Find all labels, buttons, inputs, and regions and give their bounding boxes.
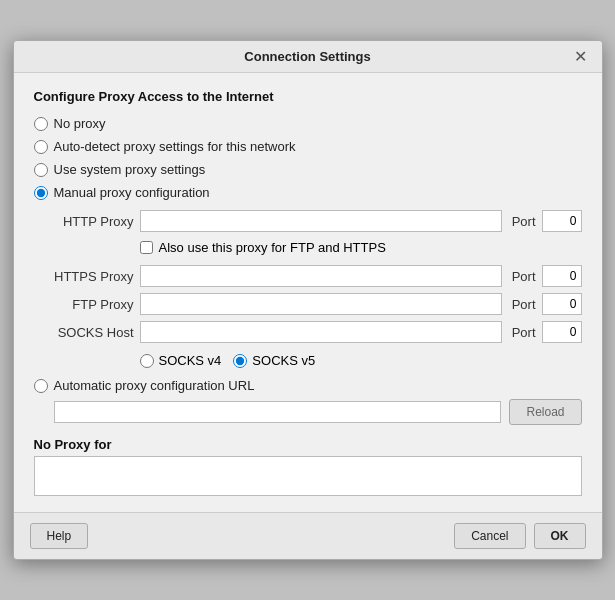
http-proxy-label: HTTP Proxy [54,214,134,229]
help-button[interactable]: Help [30,523,89,549]
ftp-proxy-label: FTP Proxy [54,297,134,312]
ftp-port-label: Port [512,297,536,312]
ftp-port-input[interactable] [542,293,582,315]
footer-right: Cancel OK [454,523,585,549]
radio-system-proxy-input[interactable] [34,163,48,177]
https-proxy-label: HTTPS Proxy [54,269,134,284]
dialog-content: Configure Proxy Access to the Internet N… [14,73,602,512]
dialog-footer: Help Cancel OK [14,512,602,559]
ok-button[interactable]: OK [534,523,586,549]
manual-proxy-fields: HTTP Proxy Port Also use this proxy for … [54,210,582,368]
socks-port-label: Port [512,325,536,340]
socks-version-row: SOCKS v4 SOCKS v5 [140,353,582,368]
auto-proxy-label: Automatic proxy configuration URL [54,378,255,393]
socks-proxy-label: SOCKS Host [54,325,134,340]
ftp-proxy-input[interactable] [140,293,502,315]
radio-system-proxy-label: Use system proxy settings [54,162,206,177]
socks-v5-radio[interactable] [233,354,247,368]
radio-no-proxy[interactable]: No proxy [34,116,582,131]
http-port-input[interactable] [542,210,582,232]
close-button[interactable]: ✕ [569,47,592,67]
auto-proxy-section: Automatic proxy configuration URL Reload [34,378,582,425]
http-proxy-input[interactable] [140,210,502,232]
auto-proxy-url-input[interactable] [54,401,502,423]
reload-button[interactable]: Reload [509,399,581,425]
also-use-row: Also use this proxy for FTP and HTTPS [140,240,582,255]
socks-proxy-input[interactable] [140,321,502,343]
also-use-checkbox[interactable] [140,241,153,254]
radio-auto-detect[interactable]: Auto-detect proxy settings for this netw… [34,139,582,154]
radio-auto-proxy-url-input[interactable] [34,379,48,393]
radio-manual-proxy-input[interactable] [34,186,48,200]
radio-auto-detect-input[interactable] [34,140,48,154]
https-port-input[interactable] [542,265,582,287]
no-proxy-input[interactable] [34,456,582,496]
no-proxy-section: No Proxy for [34,437,582,496]
dialog-title: Connection Settings [244,49,370,64]
socks-v4-radio[interactable] [140,354,154,368]
radio-system-proxy[interactable]: Use system proxy settings [34,162,582,177]
socks-port-input[interactable] [542,321,582,343]
ftp-proxy-row: FTP Proxy Port [54,293,582,315]
https-port-label: Port [512,269,536,284]
radio-no-proxy-label: No proxy [54,116,106,131]
https-proxy-row: HTTPS Proxy Port [54,265,582,287]
section-title: Configure Proxy Access to the Internet [34,89,582,104]
cancel-button[interactable]: Cancel [454,523,525,549]
auto-proxy-url-row: Reload [54,399,582,425]
socks-v4-label: SOCKS v4 [159,353,222,368]
proxy-radio-group: No proxy Auto-detect proxy settings for … [34,116,582,200]
http-port-label: Port [512,214,536,229]
radio-auto-detect-label: Auto-detect proxy settings for this netw… [54,139,296,154]
connection-settings-dialog: Connection Settings ✕ Configure Proxy Ac… [13,40,603,560]
footer-left: Help [30,523,89,549]
http-proxy-row: HTTP Proxy Port [54,210,582,232]
socks-proxy-row: SOCKS Host Port [54,321,582,343]
radio-auto-proxy-url[interactable]: Automatic proxy configuration URL [34,378,582,393]
radio-no-proxy-input[interactable] [34,117,48,131]
titlebar: Connection Settings ✕ [14,41,602,73]
no-proxy-for-label: No Proxy for [34,437,582,452]
also-use-label: Also use this proxy for FTP and HTTPS [159,240,386,255]
socks-v5-label: SOCKS v5 [252,353,315,368]
radio-manual-proxy[interactable]: Manual proxy configuration [34,185,582,200]
socks-v5-option[interactable]: SOCKS v5 [233,353,315,368]
socks-v4-option[interactable]: SOCKS v4 [140,353,222,368]
radio-manual-proxy-label: Manual proxy configuration [54,185,210,200]
https-proxy-input[interactable] [140,265,502,287]
